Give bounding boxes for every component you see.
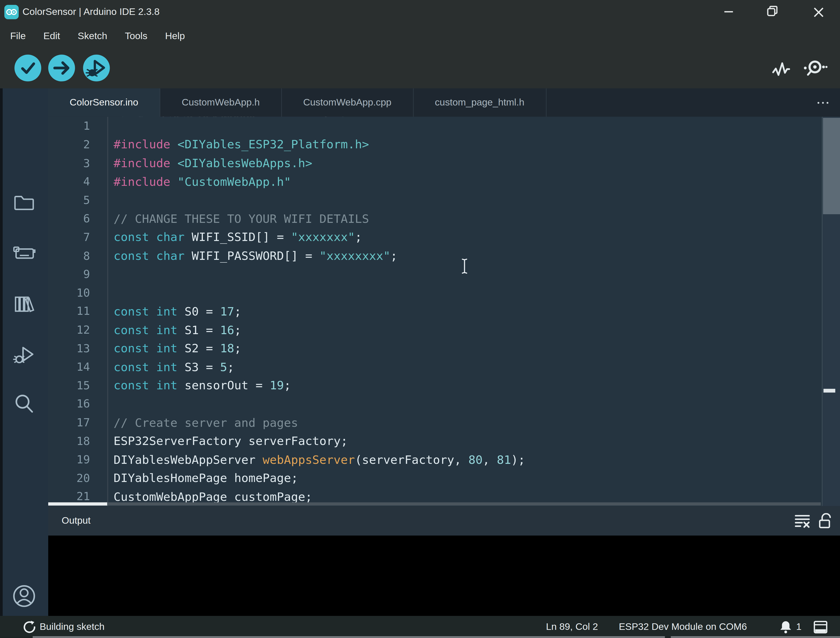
toggle-bottom-panel-button[interactable]: [813, 620, 828, 634]
status-cursor-position[interactable]: Ln 89, Col 2: [546, 616, 598, 638]
line-number: 13: [48, 342, 90, 355]
restore-button[interactable]: [758, 0, 788, 24]
sidebar-item-account[interactable]: [0, 580, 48, 612]
code-token: ;: [284, 379, 291, 392]
sidebar-item-boards-manager[interactable]: [0, 237, 48, 269]
code-token: S1 =: [177, 323, 220, 337]
boards-manager-icon: [11, 241, 37, 266]
clear-output-button[interactable]: [794, 513, 811, 528]
menu-item-edit[interactable]: Edit: [41, 30, 63, 43]
code-token: "xxxxxxx": [291, 231, 355, 244]
line-number: 1: [48, 120, 90, 133]
taskbar-edge-strip: [671, 636, 840, 638]
output-console[interactable]: [48, 535, 840, 616]
code-token: #include: [114, 138, 177, 152]
taskbar-edge-strip: [33, 636, 665, 638]
code-line: 12const int S1 = 16;: [48, 321, 815, 339]
code-token: "xxxxxxxx": [320, 249, 391, 263]
code-token: S3 =: [177, 360, 220, 374]
tab-colorsensor-ino[interactable]: ColorSensor.ino: [48, 88, 160, 117]
vertical-scrollbar[interactable]: [822, 117, 840, 506]
line-number: 8: [48, 250, 90, 262]
menu-item-help[interactable]: Help: [162, 30, 188, 43]
code-token: <DIYablesWebApps.h>: [177, 156, 312, 170]
notifications-button[interactable]: [780, 620, 792, 634]
vertical-scrollbar-thumb[interactable]: [823, 118, 840, 214]
code-token: [149, 360, 156, 374]
account-icon: [11, 583, 37, 609]
code-token: [149, 305, 156, 318]
code-token: WIFI_SSID[] =: [185, 231, 291, 244]
serial-plotter-icon: [772, 59, 791, 78]
menu-item-sketch[interactable]: Sketch: [75, 30, 110, 43]
code-token: 19: [270, 379, 284, 392]
code-text: const int S2 = 18;: [90, 342, 241, 355]
code-line: 14const int S3 = 5;: [48, 358, 815, 376]
code-line: 15const int sensorOut = 19;: [48, 376, 815, 395]
arrow-right-icon: [48, 55, 75, 82]
menubar: FileEditSketchToolsHelp: [0, 24, 840, 49]
horizontal-scrollbar[interactable]: [48, 502, 821, 505]
toggle-bottom-panel-icon: [813, 620, 828, 634]
status-board-port[interactable]: ESP32 Dev Module on COM6: [619, 616, 747, 638]
titlebar: ColorSensor | Arduino IDE 2.3.8: [0, 0, 840, 24]
horizontal-scrollbar-thumb[interactable]: [48, 502, 107, 505]
search-icon: [12, 392, 36, 416]
line-number: 17: [48, 416, 90, 429]
code-token: 5: [220, 360, 227, 374]
code-token: WIFI_PASSWORD[] =: [185, 249, 320, 263]
code-text: #include "CustomWebApp.h": [90, 175, 291, 188]
close-button[interactable]: [804, 0, 834, 24]
code-token: 80: [468, 453, 482, 466]
serial-monitor-button[interactable]: [802, 48, 828, 88]
code-token: ;: [227, 360, 234, 374]
line-number: 4: [48, 175, 90, 188]
minimize-button[interactable]: [714, 0, 744, 24]
code-token: [149, 249, 156, 263]
library-manager-icon: [11, 291, 37, 317]
line-number: 6: [48, 212, 90, 225]
code-editor[interactable]: 12#include <DIYables_ESP32_Platform.h>3#…: [48, 117, 840, 506]
code-line: 20DIYablesHomePage homePage;: [48, 469, 815, 488]
tab-overflow-menu[interactable]: [812, 88, 834, 117]
code-token: const: [114, 342, 149, 355]
line-number: 3: [48, 157, 90, 169]
upload-button[interactable]: [48, 55, 75, 82]
code-lines: 12#include <DIYables_ESP32_Platform.h>3#…: [48, 117, 815, 506]
line-number: 20: [48, 472, 90, 485]
toggle-autoscroll-button[interactable]: [818, 513, 832, 529]
code-line: 17// Create server and pages: [48, 413, 815, 432]
code-token: webAppsServer: [263, 453, 355, 466]
toolbar: ESP32 Dev Module: [0, 48, 840, 88]
serial-plotter-button[interactable]: [772, 48, 791, 88]
line-number: 16: [48, 398, 90, 411]
check-icon: [14, 55, 41, 82]
sidebar-item-sketchbook[interactable]: [0, 186, 48, 218]
sketchbook-folder-icon: [12, 190, 36, 215]
menu-item-file[interactable]: File: [8, 30, 28, 43]
code-line: 5: [48, 191, 815, 210]
line-number: 21: [48, 490, 90, 503]
line-number: 9: [48, 268, 90, 281]
code-text: DIYablesHomePage homePage;: [90, 472, 298, 485]
menu-item-tools[interactable]: Tools: [122, 30, 150, 43]
sidebar-item-debug[interactable]: [0, 339, 48, 371]
line-number: 5: [48, 194, 90, 207]
sidebar-item-search[interactable]: [0, 388, 48, 420]
line-number: 7: [48, 231, 90, 243]
tab-customwebapp-cpp[interactable]: CustomWebApp.cpp: [282, 88, 413, 117]
line-number: 15: [48, 379, 90, 392]
line-number: 14: [48, 360, 90, 373]
code-token: char: [156, 249, 185, 263]
ellipsis-icon: [816, 100, 829, 105]
code-token: [149, 342, 156, 355]
debug-button[interactable]: [83, 55, 110, 82]
verify-button[interactable]: [14, 55, 41, 82]
output-panel-header: Output: [48, 506, 840, 536]
code-line: 2#include <DIYables_ESP32_Platform.h>: [48, 135, 815, 154]
sidebar-item-library-manager[interactable]: [0, 288, 48, 320]
tab-customwebapp-h[interactable]: CustomWebApp.h: [160, 88, 282, 117]
code-token: const: [114, 323, 149, 337]
window-title: ColorSensor | Arduino IDE 2.3.8: [22, 0, 160, 24]
tab-custom-page-html-h[interactable]: custom_page_html.h: [413, 88, 546, 117]
